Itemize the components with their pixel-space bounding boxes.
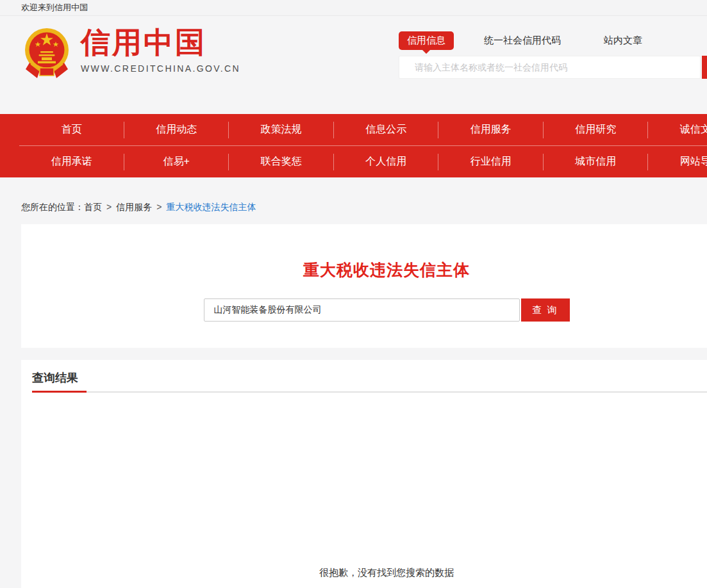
topbar: 欢迎来到信用中国 [0, 0, 707, 16]
welcome-text: 欢迎来到信用中国 [21, 3, 88, 12]
site-logo-link[interactable]: 信用中国 WWW.CREDITCHINA.GOV.CN [23, 24, 240, 83]
search-panel: 重大税收违法失信主体 查 询 [21, 224, 707, 348]
site-header: 信用中国 WWW.CREDITCHINA.GOV.CN 信用信息 统一社会信用代… [0, 16, 707, 114]
nav-joint-reward-punishment[interactable]: 联合奖惩 [229, 155, 334, 168]
nav-integrity-culture[interactable]: 诚信文化 [648, 123, 707, 136]
page-title: 重大税收违法失信主体 [21, 259, 707, 281]
nav-personal-credit[interactable]: 个人信用 [334, 155, 439, 168]
nav-site-map[interactable]: 网站导航 [648, 155, 707, 168]
search-tabs: 信用信息 统一社会信用代码 站内文章 [399, 31, 707, 50]
breadcrumb-separator: > [156, 202, 162, 212]
header-search-input[interactable] [399, 56, 701, 79]
nav-row-1: 首页 信用动态 政策法规 信息公示 信用服务 信用研究 诚信文化 [19, 114, 707, 145]
nav-xinyi-plus[interactable]: 信易+ [124, 155, 229, 168]
results-panel: 查询结果 很抱歉，没有找到您搜索的数据 [21, 360, 707, 588]
nav-info-disclosure[interactable]: 信息公示 [334, 123, 439, 136]
nav-credit-news[interactable]: 信用动态 [124, 123, 229, 136]
company-search-input[interactable] [204, 298, 520, 322]
nav-industry-credit[interactable]: 行业信用 [438, 155, 544, 168]
site-identity: 信用中国 WWW.CREDITCHINA.GOV.CN [81, 24, 240, 74]
nav-credit-service[interactable]: 信用服务 [438, 123, 544, 136]
nav-credit-commitment[interactable]: 信用承诺 [19, 155, 124, 168]
results-title: 查询结果 [32, 370, 87, 393]
site-name: 信用中国 [81, 24, 240, 60]
query-button[interactable]: 查 询 [521, 298, 570, 322]
nav-inner: 首页 信用动态 政策法规 信息公示 信用服务 信用研究 诚信文化 信用承诺 信易… [19, 114, 707, 177]
main-navigation: 首页 信用动态 政策法规 信息公示 信用服务 信用研究 诚信文化 信用承诺 信易… [0, 114, 707, 177]
search-tab-credit-info[interactable]: 信用信息 [399, 31, 454, 50]
breadcrumb-credit-service-link[interactable]: 信用服务 [116, 202, 152, 212]
nav-city-credit[interactable]: 城市信用 [544, 155, 649, 168]
search-tab-uscc[interactable]: 统一社会信用代码 [484, 35, 561, 47]
breadcrumb: 您所在的位置：首页>信用服务>重大税收违法失信主体 [21, 202, 256, 213]
company-search-row: 查 询 [21, 298, 707, 322]
results-header: 查询结果 [32, 370, 707, 393]
header-search-button[interactable] [702, 56, 707, 79]
search-tab-articles[interactable]: 站内文章 [604, 35, 642, 47]
breadcrumb-prefix: 您所在的位置： [21, 202, 84, 212]
breadcrumb-current-page: 重大税收违法失信主体 [166, 202, 256, 212]
national-emblem-icon [23, 26, 71, 83]
header-search-widget: 信用信息 统一社会信用代码 站内文章 [399, 16, 707, 50]
nav-credit-research[interactable]: 信用研究 [544, 123, 649, 136]
breadcrumb-separator: > [106, 202, 112, 212]
nav-policy-regulations[interactable]: 政策法规 [229, 123, 334, 136]
empty-result-message: 很抱歉，没有找到您搜索的数据 [21, 567, 707, 579]
breadcrumb-home-link[interactable]: 首页 [84, 202, 102, 212]
site-url: WWW.CREDITCHINA.GOV.CN [81, 63, 240, 74]
nav-home[interactable]: 首页 [19, 123, 124, 136]
nav-row-2: 信用承诺 信易+ 联合奖惩 个人信用 行业信用 城市信用 网站导航 [19, 145, 707, 177]
